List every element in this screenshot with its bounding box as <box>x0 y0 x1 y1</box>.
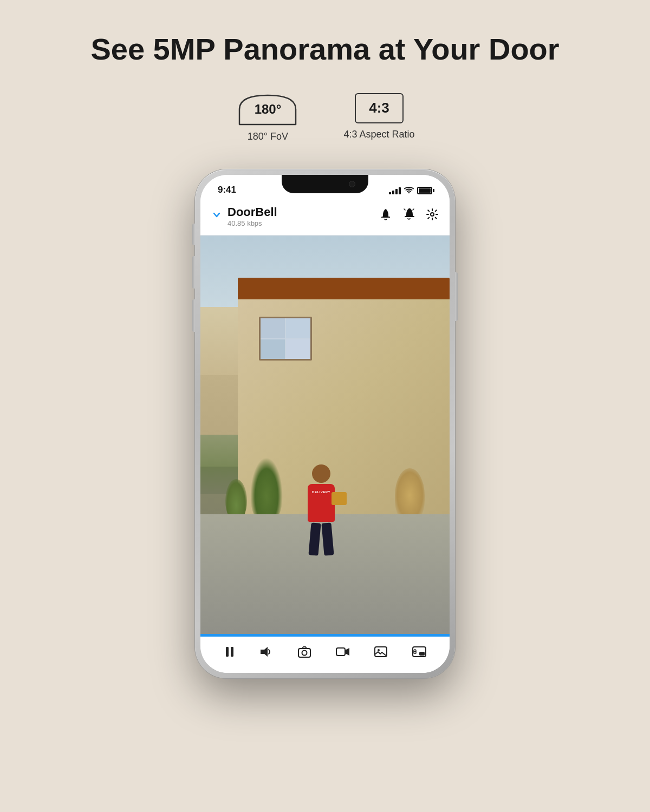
settings-icon[interactable] <box>426 208 439 224</box>
tree-left <box>250 457 283 522</box>
device-info-section: DoorBell 40.85 kbps <box>211 205 277 227</box>
ratio-badge: 4:3 <box>355 93 404 123</box>
app-header: DoorBell 40.85 kbps <box>200 199 450 235</box>
left-leg <box>308 522 321 555</box>
notch <box>282 175 368 193</box>
header-actions <box>379 207 439 225</box>
svg-line-2 <box>413 209 414 210</box>
notification-icon[interactable] <box>379 208 392 224</box>
person-legs <box>302 523 340 555</box>
wifi-icon <box>404 186 414 195</box>
svg-rect-14 <box>419 652 425 656</box>
svg-line-1 <box>404 209 405 210</box>
fov-badge: 180° <box>235 93 300 126</box>
phone-screen: 9:41 <box>200 175 450 673</box>
phone-shell: 9:41 <box>195 169 455 678</box>
ratio-value: 4:3 <box>369 100 389 116</box>
fov-value: 180° <box>255 102 282 117</box>
fov-spec: 180° 180° FoV <box>235 93 300 142</box>
phone-mockup: 9:41 <box>195 169 455 678</box>
pause-button[interactable] <box>223 645 236 662</box>
playback-controls <box>200 637 450 673</box>
front-camera <box>349 181 355 187</box>
bottom-bar <box>200 634 450 673</box>
signal-icon <box>389 187 401 194</box>
svg-rect-7 <box>298 649 310 657</box>
specs-row: 180° 180° FoV 4:3 4:3 Aspect Ratio <box>235 93 414 142</box>
status-icons <box>389 186 434 195</box>
svg-rect-9 <box>336 648 345 656</box>
person-body: DELIVERY <box>308 484 335 522</box>
ratio-spec: 4:3 4:3 Aspect Ratio <box>343 93 414 140</box>
svg-rect-16 <box>414 651 416 653</box>
ratio-label: 4:3 Aspect Ratio <box>343 129 414 140</box>
device-info: DoorBell 40.85 kbps <box>227 205 277 227</box>
svg-rect-5 <box>231 647 233 657</box>
pip-button[interactable] <box>412 645 427 662</box>
svg-marker-6 <box>261 647 268 657</box>
gallery-button[interactable] <box>374 645 388 662</box>
volume-button[interactable] <box>259 645 274 662</box>
snapshot-button[interactable] <box>297 645 311 662</box>
vol-down-button <box>192 299 195 332</box>
svg-marker-10 <box>345 648 349 656</box>
device-bitrate: 40.85 kbps <box>227 219 277 227</box>
record-button[interactable] <box>335 645 350 662</box>
person-head <box>312 464 330 483</box>
svg-point-3 <box>431 213 434 216</box>
device-name: DoorBell <box>227 205 277 219</box>
silent-button <box>192 224 195 245</box>
camera-feed: DELIVERY <box>200 235 450 634</box>
svg-point-12 <box>378 649 380 651</box>
delivery-person: DELIVERY <box>302 464 340 562</box>
page-title: See 5MP Panorama at Your Door <box>90 32 559 66</box>
right-leg <box>321 522 334 555</box>
package <box>332 492 347 505</box>
power-button <box>455 272 458 321</box>
svg-point-8 <box>302 650 307 655</box>
chevron-down-icon[interactable] <box>211 209 222 223</box>
alarm-icon[interactable] <box>402 207 416 225</box>
battery-icon <box>417 187 434 194</box>
phone-inner: 9:41 <box>200 175 450 673</box>
fov-label: 180° FoV <box>248 131 288 142</box>
svg-point-0 <box>408 192 410 193</box>
status-time: 9:41 <box>216 185 236 195</box>
svg-rect-4 <box>226 647 229 657</box>
vol-up-button <box>192 256 195 289</box>
